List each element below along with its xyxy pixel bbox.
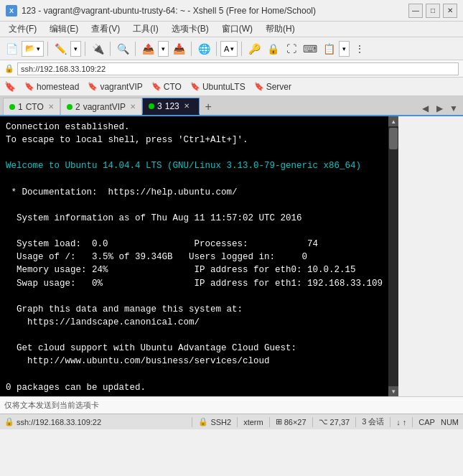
close-button[interactable]: ✕ xyxy=(443,4,457,18)
title-bar: X 123 - vagrant@vagrant-ubuntu-trusty-64… xyxy=(0,0,463,22)
lock-icon: 🔒 xyxy=(4,64,14,73)
maximize-button[interactable]: □ xyxy=(426,4,440,18)
toolbar: 📄 📂▾ ✏️ ▾ 🔌 🔍 📤 ▾ 📥 🌐 A▾ 🔑 🔒 ⛶ ⌨ 📋 ▾ ⋮ xyxy=(0,37,463,60)
open-dropdown[interactable]: 📂▾ xyxy=(22,41,44,57)
new-session-button[interactable]: 📄 xyxy=(3,40,20,57)
status-address-text: ssh://192.168.33.109:22 xyxy=(17,418,101,426)
more-dropdown[interactable]: ▾ xyxy=(339,41,350,57)
font-dropdown[interactable]: A▾ xyxy=(220,41,238,57)
menu-window[interactable]: 窗口(W) xyxy=(216,22,258,37)
toolbar-separator-4 xyxy=(135,42,136,56)
tab-number-123: 3 xyxy=(157,101,162,111)
tabs-next-button[interactable]: ▶ xyxy=(433,102,446,115)
window-controls: — □ ✕ xyxy=(408,4,457,18)
address-input[interactable] xyxy=(17,62,459,75)
tabs-prev-button[interactable]: ◀ xyxy=(418,102,431,115)
status-sep-4 xyxy=(312,417,313,427)
status-term-label: xterm xyxy=(243,418,263,426)
terminal-content: Connection established. To escape to loc… xyxy=(6,121,383,396)
new-tab-button[interactable]: + xyxy=(200,99,217,115)
transfer-button[interactable]: 📤 xyxy=(139,40,156,57)
status-sep-1 xyxy=(192,417,192,427)
extra-button[interactable]: ⋮ xyxy=(351,40,368,57)
find-button[interactable]: 🔍 xyxy=(114,40,131,57)
bookmark-label-homestead: homestead xyxy=(37,82,79,92)
menu-tabs[interactable]: 选项卡(B) xyxy=(166,22,215,37)
globe-button[interactable]: 🌐 xyxy=(195,40,212,57)
tab-label-vagrantvip: vagrantVIP xyxy=(83,102,126,112)
menu-view[interactable]: 查看(V) xyxy=(85,22,126,37)
status-sep-6 xyxy=(390,417,390,427)
toolbar-separator-5 xyxy=(191,42,192,56)
tabs-navigation: ◀ ▶ ▼ xyxy=(416,102,463,115)
rows-cols-icon: ⊞ xyxy=(276,417,282,426)
status-cursor: ⌥ 27,37 xyxy=(319,417,350,426)
minimize-button[interactable]: — xyxy=(408,4,423,18)
bookmark-icon-homestead: 🔖 xyxy=(24,82,34,91)
status-cursor-pos: 27,37 xyxy=(330,418,350,426)
menu-help[interactable]: 帮助(H) xyxy=(260,22,301,37)
bookmark-cto[interactable]: 🔖 CTO xyxy=(151,82,182,92)
menu-file[interactable]: 文件(F) xyxy=(3,22,42,37)
scrollbar-thumb[interactable] xyxy=(389,128,398,149)
status-sep-2 xyxy=(237,417,238,427)
keyboard-button[interactable]: ⌨ xyxy=(301,40,319,57)
connect-button[interactable]: 🔌 xyxy=(89,40,106,57)
transfer-dropdown[interactable]: ▾ xyxy=(158,41,169,57)
tab-number-cto: 1 xyxy=(18,102,23,112)
status-sep-3 xyxy=(269,417,270,427)
status-sessions-label: 3 会话 xyxy=(362,416,384,427)
scrollbar-track xyxy=(388,126,398,386)
toolbar-separator-2 xyxy=(85,42,85,56)
status-transfer: ↓ ↑ xyxy=(396,418,406,426)
scrollbar-down-arrow[interactable]: ▼ xyxy=(388,386,398,396)
tab-close-123[interactable]: ✕ xyxy=(184,102,190,110)
tab-cto[interactable]: 1 CTO ✕ xyxy=(3,98,60,115)
bookmarks-bar: 🔖 🔖 homestead 🔖 vagrantVIP 🔖 CTO 🔖 Ubunt… xyxy=(0,78,463,96)
tabs-menu-button[interactable]: ▼ xyxy=(447,102,460,115)
input-bar: 仅将文本发送到当前选项卡 xyxy=(0,396,463,414)
status-rows-cols: 86×27 xyxy=(284,418,307,426)
toolbar-separator-7 xyxy=(241,42,242,56)
screen-button[interactable]: 📋 xyxy=(320,40,337,57)
key-button[interactable]: 🔑 xyxy=(245,40,263,57)
lock-button[interactable]: 🔒 xyxy=(264,40,281,57)
menu-edit[interactable]: 编辑(E) xyxy=(44,22,84,37)
tab-label-cto: CTO xyxy=(26,102,44,112)
down-arrow-icon: ↓ xyxy=(396,418,401,426)
tab-vagrantvip[interactable]: 2 vagrantVIP ✕ xyxy=(60,98,142,115)
bookmarks-icon: 🔖 xyxy=(4,81,16,92)
status-ssh-label: SSH2 xyxy=(210,418,231,426)
properties-dropdown[interactable]: ▾ xyxy=(70,41,81,57)
bookmark-homestead[interactable]: 🔖 homestead xyxy=(24,82,79,92)
terminal-wrapper: Connection established. To escape to loc… xyxy=(0,116,463,396)
ssh-lock-icon: 🔒 xyxy=(4,417,14,426)
tab-close-vagrantvip[interactable]: ✕ xyxy=(130,103,136,111)
status-bar: 🔒 ssh://192.168.33.109:22 🔒 SSH2 xterm ⊞… xyxy=(0,414,463,429)
window-title: 123 - vagrant@vagrant-ubuntu-trusty-64: … xyxy=(22,6,316,16)
terminal-scrollbar[interactable]: ▲ ▼ xyxy=(388,116,398,396)
bookmark-vagrantvip[interactable]: 🔖 vagrantVIP xyxy=(88,82,142,92)
tab-123[interactable]: 3 123 ✕ xyxy=(142,98,200,115)
tab-number-vagrantvip: 2 xyxy=(75,102,80,112)
download-button[interactable]: 📥 xyxy=(170,40,187,57)
bookmark-server[interactable]: 🔖 Server xyxy=(254,82,291,92)
toolbar-separator-3 xyxy=(110,42,111,56)
menu-bar: 文件(F) 编辑(E) 查看(V) 工具(I) 选项卡(B) 窗口(W) 帮助(… xyxy=(0,22,463,37)
terminal[interactable]: Connection established. To escape to loc… xyxy=(0,116,388,396)
tab-close-cto[interactable]: ✕ xyxy=(48,103,54,111)
bookmark-icon-ubuntults: 🔖 xyxy=(190,82,200,91)
bookmark-icon-vagrantvip: 🔖 xyxy=(88,82,98,91)
scrollbar-up-arrow[interactable]: ▲ xyxy=(388,116,398,126)
properties-button[interactable]: ✏️ xyxy=(52,40,69,57)
input-bar-label: 仅将文本发送到当前选项卡 xyxy=(4,400,99,411)
status-term: xterm xyxy=(243,418,263,426)
ssh-icon: 🔒 xyxy=(198,417,208,426)
tabs-bar: 1 CTO ✕ 2 vagrantVIP ✕ 3 123 ✕ + ◀ ▶ ▼ xyxy=(0,96,463,116)
expand-button[interactable]: ⛶ xyxy=(283,40,300,57)
bookmark-ubuntults[interactable]: 🔖 UbuntuLTS xyxy=(190,82,245,92)
status-sep-5 xyxy=(355,417,356,427)
tab-label-123: 123 xyxy=(165,101,179,111)
app-icon: X xyxy=(6,5,17,17)
menu-tools[interactable]: 工具(I) xyxy=(127,22,164,37)
